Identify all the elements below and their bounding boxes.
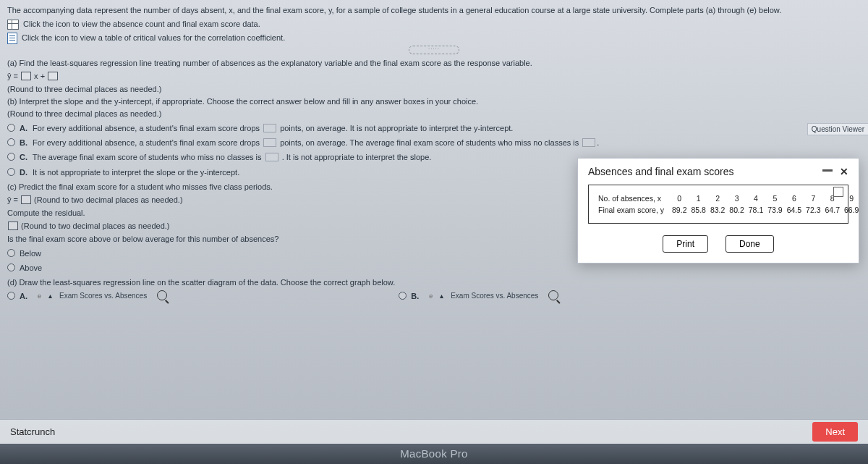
y7: 72.3 <box>804 204 822 216</box>
minimize-icon[interactable] <box>822 169 833 172</box>
x-plus-label: x + <box>34 72 45 80</box>
label-d: D. <box>20 168 27 177</box>
radio-d-b[interactable] <box>399 292 407 300</box>
opt-c-text2: . It is not appropriate to interpret the… <box>282 153 432 161</box>
view-data-link[interactable]: Click the icon to view the absence count… <box>23 18 260 30</box>
data-table-icon[interactable] <box>7 20 19 30</box>
done-button[interactable]: Done <box>726 235 774 253</box>
y1: 85.8 <box>689 204 707 216</box>
section-divider <box>409 46 459 54</box>
view-critical-values-link[interactable]: Click the icon to view a table of critic… <box>22 32 285 44</box>
table-row: Final exam score, y 89.285.883.280.278.1… <box>596 204 861 216</box>
x7: 7 <box>804 193 822 204</box>
opt-below: Below <box>20 248 41 260</box>
data-popup: Absences and final exam scores ✕ No. of … <box>577 158 859 263</box>
close-icon[interactable]: ✕ <box>840 166 848 177</box>
magnify-icon-a[interactable] <box>157 290 167 300</box>
radio-below[interactable] <box>7 249 15 257</box>
radio-b-d[interactable] <box>7 168 15 176</box>
data-table-box: No. of absences, x 0123456789 Final exam… <box>588 185 848 224</box>
axis-marker-a: e <box>38 292 41 302</box>
intercept-input[interactable] <box>48 72 58 80</box>
x2: 2 <box>708 193 727 204</box>
part-a-equation: ŷ = x + <box>7 70 861 83</box>
d-label-b: B. <box>411 290 419 303</box>
graph-b-title: Exam Scores vs. Absences <box>451 290 538 302</box>
predict-input[interactable] <box>21 195 31 204</box>
opt-b-blank1[interactable] <box>263 138 276 147</box>
y9: 66.9 <box>842 204 861 216</box>
up-arrow-icon: ▴ <box>48 290 52 302</box>
part-b-prompt: (b) Interpret the slope and the y-interc… <box>7 96 861 108</box>
print-button[interactable]: Print <box>663 235 708 253</box>
d-label-a: A. <box>20 290 27 303</box>
part-a-hint: (Round to three decimal places as needed… <box>7 83 861 96</box>
table-row: No. of absences, x 0123456789 <box>596 193 861 204</box>
y8: 64.7 <box>823 204 842 216</box>
footer-bar: Statcrunch Next <box>0 419 868 444</box>
part-a-prompt: (a) Find the least-squares regression li… <box>7 57 861 69</box>
x0: 0 <box>670 193 689 204</box>
magnify-icon-b[interactable] <box>548 290 558 300</box>
x6: 6 <box>785 193 804 204</box>
statcrunch-link[interactable]: Statcrunch <box>10 426 55 437</box>
y5: 73.9 <box>765 204 784 216</box>
part-c-hint2: (Round to two decimal places as needed.) <box>21 222 169 230</box>
opt-a-text1: For every additional absence, a student'… <box>33 124 260 132</box>
y2: 83.2 <box>708 204 727 216</box>
copy-icon[interactable] <box>835 188 843 197</box>
question-viewer-tab[interactable]: Question Viewer <box>807 123 868 135</box>
opt-above: Above <box>20 262 42 274</box>
part-c-hint1: (Round to two decimal places as needed.) <box>34 195 182 204</box>
radio-d-a[interactable] <box>7 292 15 300</box>
yhat-label: ŷ = <box>7 72 18 80</box>
row-x-label: No. of absences, x <box>596 193 670 204</box>
label-c: C. <box>20 153 27 161</box>
x1: 1 <box>689 193 707 204</box>
opt-b-text1: For every additional absence, a student'… <box>33 138 260 147</box>
y0: 89.2 <box>670 204 689 216</box>
opt-b-blank2[interactable] <box>582 138 595 147</box>
opt-a-blank[interactable] <box>263 124 276 132</box>
y6: 64.5 <box>785 204 804 216</box>
radio-above[interactable] <box>7 263 15 271</box>
y4: 78.1 <box>746 204 765 216</box>
opt-d-text: It is not appropriate to interpret the s… <box>33 168 239 177</box>
intro-text: The accompanying data represent the numb… <box>7 4 861 17</box>
label-a: A. <box>20 124 27 132</box>
up-arrow-icon-b: ▴ <box>440 290 443 302</box>
part-d-prompt: (d) Draw the least-squares regression li… <box>7 277 861 289</box>
radio-b-a[interactable] <box>7 124 15 132</box>
x5: 5 <box>765 193 784 204</box>
data-table: No. of absences, x 0123456789 Final exam… <box>596 193 861 216</box>
slope-input[interactable] <box>21 72 31 80</box>
label-b: B. <box>20 138 27 147</box>
x4: 4 <box>746 193 765 204</box>
axis-marker-b: e <box>429 292 433 302</box>
critical-values-icon[interactable] <box>7 33 17 44</box>
row-y-label: Final exam score, y <box>596 204 670 216</box>
radio-b-c[interactable] <box>7 153 15 161</box>
graph-a-title: Exam Scores vs. Absences <box>59 290 147 302</box>
radio-b-b[interactable] <box>7 138 15 146</box>
popup-title: Absences and final exam scores <box>588 166 734 177</box>
yhat-c-label: ŷ = <box>7 195 18 204</box>
x3: 3 <box>727 193 746 204</box>
next-button[interactable]: Next <box>812 422 858 442</box>
x9: 9 <box>842 193 861 204</box>
y3: 80.2 <box>727 204 746 216</box>
part-b-hint: (Round to three decimal places as needed… <box>7 108 861 120</box>
opt-a-text2: points, on average. It is not appropriat… <box>280 124 513 132</box>
opt-c-blank[interactable] <box>265 153 278 161</box>
device-label: MacBook Pro <box>0 444 868 464</box>
opt-b-text2: points, on average. The average final ex… <box>280 138 579 147</box>
opt-c-text1: The average final exam score of students… <box>33 153 262 161</box>
residual-input[interactable] <box>8 222 18 230</box>
